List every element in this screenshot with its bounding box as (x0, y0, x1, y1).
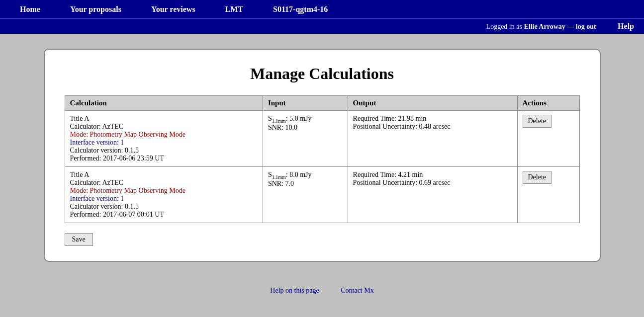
calc-mode-1: Mode: Photometry Map Observing Mode (70, 131, 186, 138)
calc-interface-1: Interface version: 1 (70, 139, 124, 146)
output2-1: Positional Uncertainty: 0.48 arcsec (353, 123, 451, 130)
calculations-table: Calculation Input Output Actions Title A… (65, 95, 580, 223)
calc-mode-2: Mode: Photometry Map Observing Mode (70, 187, 186, 194)
main-card: Manage Calculations Calculation Input Ou… (44, 49, 601, 262)
calc-calculator-1: Calculator: AzTEC (70, 123, 124, 130)
output1-2: Required Time: 4.21 min (353, 171, 423, 178)
col-output: Output (348, 96, 517, 111)
calc-version-2: Calculator version: 0.1.5 (70, 203, 139, 210)
contact-link[interactable]: Contact Mx (341, 287, 374, 294)
output2-2: Positional Uncertainty: 0.69 arcsec (353, 179, 451, 186)
logout-link[interactable]: log out (576, 23, 596, 30)
input-value-2: : 8.0 mJy (286, 171, 312, 178)
input-snr-2: SNR: 7.0 (268, 180, 294, 187)
page-footer: Help on this page Contact Mx (0, 277, 644, 305)
calc-version-1: Calculator version: 0.1.5 (70, 147, 139, 154)
help-on-page-link[interactable]: Help on this page (270, 287, 319, 294)
input-label-1: S (268, 115, 272, 122)
input-sub-2: 1.1mm (272, 174, 286, 180)
table-row: Title A Calculator: AzTEC Mode: Photomet… (65, 167, 579, 223)
input-label-2: S (268, 171, 272, 178)
nav-lmt[interactable]: LMT (210, 5, 258, 14)
user-name: Ellie Arroway (524, 23, 565, 30)
calc-performed-1: Performed: 2017-06-06 23:59 UT (70, 155, 164, 162)
delete-button-2[interactable]: Delete (523, 171, 552, 184)
calc-input-1: S1.1mm: 5.0 mJy SNR: 10.0 (263, 111, 348, 167)
calc-interface-2: Interface version: 1 (70, 195, 124, 202)
save-button[interactable]: Save (65, 233, 93, 246)
calc-performed-2: Performed: 2017-06-07 00:01 UT (70, 211, 164, 218)
calc-title-2: Title A (70, 171, 90, 178)
help-link[interactable]: Help (618, 22, 634, 30)
delete-button-1[interactable]: Delete (523, 115, 552, 128)
col-actions: Actions (517, 96, 579, 111)
calc-output-1: Required Time: 21.98 min Positional Unce… (348, 111, 517, 167)
calc-info-2: Title A Calculator: AzTEC Mode: Photomet… (65, 167, 263, 223)
output1-1: Required Time: 21.98 min (353, 115, 427, 122)
nav-home[interactable]: Home (5, 5, 55, 14)
logged-in-text: Logged in as (486, 23, 524, 30)
auth-bar: Logged in as Ellie Arroway — log out Hel… (0, 18, 644, 34)
table-header-row: Calculation Input Output Actions (65, 96, 579, 111)
nav-proposal-id[interactable]: S0117-qgtm4-16 (258, 5, 343, 14)
table-row: Title A Calculator: AzTEC Mode: Photomet… (65, 111, 579, 167)
page-title: Manage Calculations (65, 65, 580, 83)
col-input: Input (263, 96, 348, 111)
calc-input-2: S1.1mm: 8.0 mJy SNR: 7.0 (263, 167, 348, 223)
calc-actions-1: Delete (517, 111, 579, 167)
input-value-1: : 5.0 mJy (286, 115, 312, 122)
calc-calculator-2: Calculator: AzTEC (70, 179, 124, 186)
auth-separator: — (565, 23, 576, 30)
input-snr-1: SNR: 10.0 (268, 124, 297, 131)
calc-actions-2: Delete (517, 167, 579, 223)
col-calculation: Calculation (65, 96, 263, 111)
nav-your-reviews[interactable]: Your reviews (136, 5, 210, 14)
main-nav: Home Your proposals Your reviews LMT S01… (0, 0, 644, 18)
calc-title-1: Title A (70, 115, 90, 122)
nav-your-proposals[interactable]: Your proposals (55, 5, 136, 14)
page-content: Manage Calculations Calculation Input Ou… (0, 34, 644, 277)
calc-info-1: Title A Calculator: AzTEC Mode: Photomet… (65, 111, 263, 167)
calc-output-2: Required Time: 4.21 min Positional Uncer… (348, 167, 517, 223)
input-sub-1: 1.1mm (272, 118, 286, 124)
